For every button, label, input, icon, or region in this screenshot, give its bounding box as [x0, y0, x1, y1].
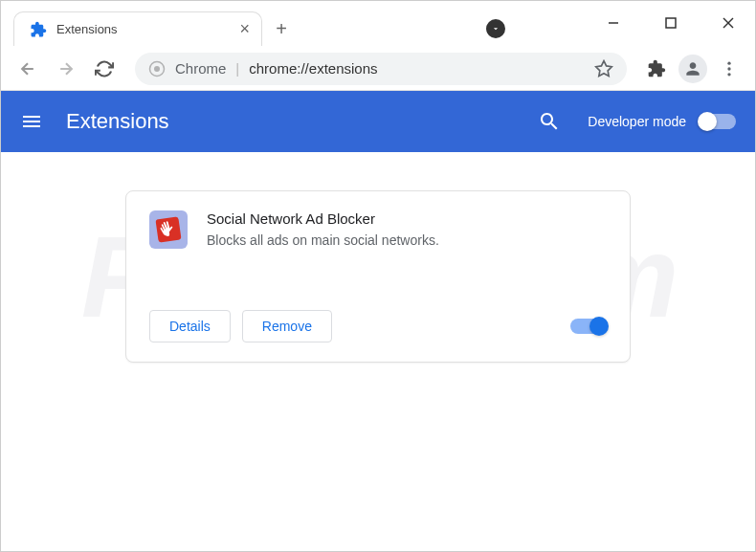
minimize-button[interactable] — [604, 13, 623, 33]
url-text: chrome://extensions — [249, 60, 377, 77]
search-icon[interactable] — [538, 110, 561, 133]
new-tab-button[interactable]: + — [268, 15, 295, 42]
tab-title: Extensions — [56, 22, 230, 36]
maximize-button[interactable] — [661, 13, 680, 33]
back-button[interactable] — [12, 54, 43, 84]
separator: | — [235, 60, 239, 77]
security-label: Chrome — [175, 60, 226, 77]
extension-name: Social Network Ad Blocker — [207, 210, 607, 227]
developer-mode-toggle[interactable] — [700, 114, 736, 129]
address-bar[interactable]: Chrome | chrome://extensions — [135, 53, 627, 85]
toggle-knob — [589, 317, 609, 336]
chrome-icon — [148, 60, 166, 77]
forward-button[interactable] — [51, 54, 81, 84]
extension-description: Blocks all ads on main social networks. — [207, 232, 607, 248]
svg-point-7 — [727, 61, 730, 64]
svg-point-8 — [727, 67, 730, 70]
media-control-icon[interactable] — [486, 19, 505, 38]
extension-icon — [149, 210, 188, 249]
extension-card: Social Network Ad Blocker Blocks all ads… — [125, 190, 631, 363]
svg-rect-1 — [666, 18, 676, 28]
extension-enable-toggle[interactable] — [570, 319, 607, 334]
developer-mode-label: Developer mode — [588, 114, 686, 129]
extensions-button[interactable] — [642, 55, 671, 83]
hamburger-icon[interactable] — [20, 110, 43, 133]
svg-point-9 — [727, 73, 730, 76]
stop-hand-icon — [155, 216, 181, 242]
browser-tab[interactable]: Extensions × — [13, 11, 262, 46]
close-window-button[interactable] — [719, 13, 738, 33]
toggle-knob — [698, 112, 717, 131]
bookmark-star-icon[interactable] — [594, 59, 613, 78]
remove-button[interactable]: Remove — [242, 310, 332, 342]
menu-button[interactable] — [715, 55, 744, 83]
svg-point-5 — [154, 66, 160, 72]
puzzle-icon — [30, 21, 47, 38]
details-button[interactable]: Details — [149, 310, 231, 342]
profile-button[interactable] — [678, 55, 707, 83]
page-title: Extensions — [66, 109, 538, 134]
reload-button[interactable] — [89, 54, 120, 84]
svg-marker-6 — [596, 60, 612, 76]
tab-close-icon[interactable]: × — [239, 19, 250, 39]
